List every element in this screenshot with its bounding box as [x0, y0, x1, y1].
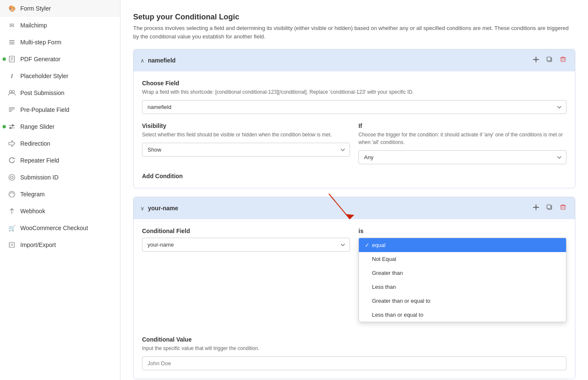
svg-point-16	[10, 127, 12, 129]
sidebar-label: Placeholder Styler	[20, 73, 68, 79]
sidebar-item-multi-step[interactable]: Multi-step Form	[0, 34, 120, 51]
choose-field-label: Choose Field	[142, 80, 566, 87]
dropdown-option-less-than[interactable]: ✓Less than	[359, 280, 566, 294]
submission-id-icon	[8, 173, 16, 182]
sidebar-label: Range Slider	[20, 123, 55, 130]
svg-rect-35	[561, 206, 565, 209]
is-label: is	[358, 228, 566, 234]
webhook-icon	[8, 207, 16, 215]
sidebar-item-redirection[interactable]: Redirection	[0, 135, 120, 152]
if-label: If	[358, 122, 566, 129]
dropdown-option-not-equal[interactable]: ✓Not Equal	[359, 252, 566, 266]
delete-btn[interactable]	[558, 202, 568, 214]
if-select[interactable]: Any	[358, 150, 566, 164]
your-name-block: ∨ your-name Conditional Field	[133, 197, 575, 379]
conditional-field-row: Conditional Field your-name is ✓equal	[142, 228, 566, 252]
conditional-value-desc: Input the specific value that will trigg…	[142, 345, 566, 352]
duplicate-btn[interactable]	[544, 202, 555, 214]
svg-point-18	[9, 174, 15, 180]
delete-btn[interactable]	[558, 54, 568, 66]
multi-step-icon	[8, 38, 16, 46]
is-dropdown-container: ✓equal ✓Not Equal ✓Greater than ✓Less th…	[358, 238, 566, 252]
dropdown-option-greater-than[interactable]: ✓Greater than	[359, 266, 566, 280]
duplicate-btn[interactable]	[544, 54, 555, 66]
svg-marker-17	[9, 141, 15, 147]
sidebar: 🎨 Form Styler ✉ Mailchimp Multi-step For…	[0, 0, 120, 380]
repeater-icon	[8, 156, 16, 165]
conditional-field-select[interactable]: your-name	[142, 238, 350, 252]
sidebar-item-pdf-generator[interactable]: PDF Generator	[0, 51, 120, 68]
svg-rect-21	[9, 242, 14, 247]
active-dot	[3, 125, 6, 128]
sidebar-label: Mailchimp	[20, 22, 47, 29]
namefield-header-left: ∧ namefield	[140, 57, 175, 64]
page-title: Setup your Conditional Logic	[133, 13, 575, 22]
sidebar-label: Form Styler	[20, 5, 51, 12]
namefield-body: Choose Field Wrap a field with this shor…	[134, 71, 575, 188]
sidebar-label: Webhook	[20, 208, 45, 214]
conditional-value-input[interactable]	[142, 356, 566, 370]
sidebar-label: WooCommerce Checkout	[20, 225, 88, 231]
dropdown-option-equal[interactable]: ✓equal	[359, 238, 566, 252]
svg-rect-34	[547, 205, 551, 209]
svg-rect-27	[547, 57, 551, 61]
visibility-label: Visibility	[142, 122, 350, 129]
range-slider-icon	[8, 122, 16, 131]
main-content: Setup your Conditional Logic The process…	[120, 0, 588, 380]
svg-point-7	[9, 90, 12, 93]
sidebar-label: Multi-step Form	[20, 39, 61, 46]
sidebar-item-form-styler[interactable]: 🎨 Form Styler	[0, 0, 120, 17]
your-name-body: Conditional Field your-name is ✓equal	[134, 219, 575, 379]
visibility-section: Visibility Select whether this field sho…	[142, 122, 350, 164]
pre-populate-icon	[8, 106, 16, 114]
conditional-value-label: Conditional Value	[142, 336, 566, 343]
sidebar-item-submission-id[interactable]: Submission ID	[0, 169, 120, 186]
sidebar-item-placeholder-styler[interactable]: I Placeholder Styler	[0, 68, 120, 84]
sidebar-item-telegram[interactable]: Telegram	[0, 186, 120, 203]
sidebar-item-post-submission[interactable]: Post Submission	[0, 84, 120, 101]
namefield-header: ∧ namefield	[134, 49, 575, 71]
sidebar-item-webhook[interactable]: Webhook	[0, 203, 120, 220]
mailchimp-icon: ✉	[8, 21, 16, 30]
add-condition-icon-btn[interactable]	[531, 54, 541, 66]
visibility-if-row: Visibility Select whether this field sho…	[142, 122, 566, 164]
sidebar-label: Submission ID	[20, 174, 58, 181]
import-export-icon	[8, 241, 16, 249]
svg-point-20	[9, 191, 15, 197]
sidebar-item-range-slider[interactable]: Range Slider	[0, 118, 120, 135]
visibility-select[interactable]: Show	[142, 143, 350, 157]
collapse-icon[interactable]: ∨	[140, 205, 145, 212]
sidebar-item-mailchimp[interactable]: ✉ Mailchimp	[0, 17, 120, 34]
active-dot	[3, 57, 6, 61]
collapse-icon[interactable]: ∧	[140, 57, 145, 64]
namefield-title: namefield	[148, 57, 175, 64]
sidebar-label: Telegram	[20, 191, 45, 198]
add-condition-icon-btn[interactable]	[531, 202, 541, 214]
choose-field-section: Choose Field Wrap a field with this shor…	[142, 80, 566, 114]
add-condition-link[interactable]: Add Condition	[142, 173, 566, 179]
conditional-field-label: Conditional Field	[142, 228, 350, 234]
redirection-icon	[8, 139, 16, 148]
choose-field-select[interactable]: namefield	[142, 100, 566, 114]
conditional-field-section: Conditional Field your-name	[142, 228, 350, 252]
if-desc: Choose the trigger for the condition: it…	[358, 131, 566, 146]
svg-point-8	[12, 90, 14, 93]
svg-rect-28	[561, 58, 565, 62]
conditional-value-section: Conditional Value Input the specific val…	[142, 336, 566, 370]
dropdown-option-less-equal[interactable]: ✓Less than or equal to	[359, 308, 566, 322]
sidebar-item-woocommerce[interactable]: 🛒 WooCommerce Checkout	[0, 220, 120, 236]
sidebar-label: Redirection	[20, 140, 50, 147]
dropdown-option-greater-equal[interactable]: ✓Greater than or equal to	[359, 294, 566, 308]
sidebar-item-repeater-field[interactable]: Repeater Field	[0, 152, 120, 169]
sidebar-label: Post Submission	[20, 90, 64, 96]
if-section: If Choose the trigger for the condition:…	[358, 122, 566, 164]
sidebar-item-pre-populate[interactable]: Pre-Populate Field	[0, 101, 120, 118]
sidebar-label: PDF Generator	[20, 56, 60, 62]
woocommerce-icon: 🛒	[8, 224, 16, 232]
sidebar-item-import-export[interactable]: Import/Export	[0, 236, 120, 253]
namefield-block: ∧ namefield Choose Field Wrap a field wi…	[133, 49, 575, 188]
form-styler-icon: 🎨	[8, 4, 16, 13]
post-submission-icon	[8, 89, 16, 97]
your-name-header: ∨ your-name	[134, 197, 575, 219]
placeholder-icon: I	[8, 72, 16, 80]
